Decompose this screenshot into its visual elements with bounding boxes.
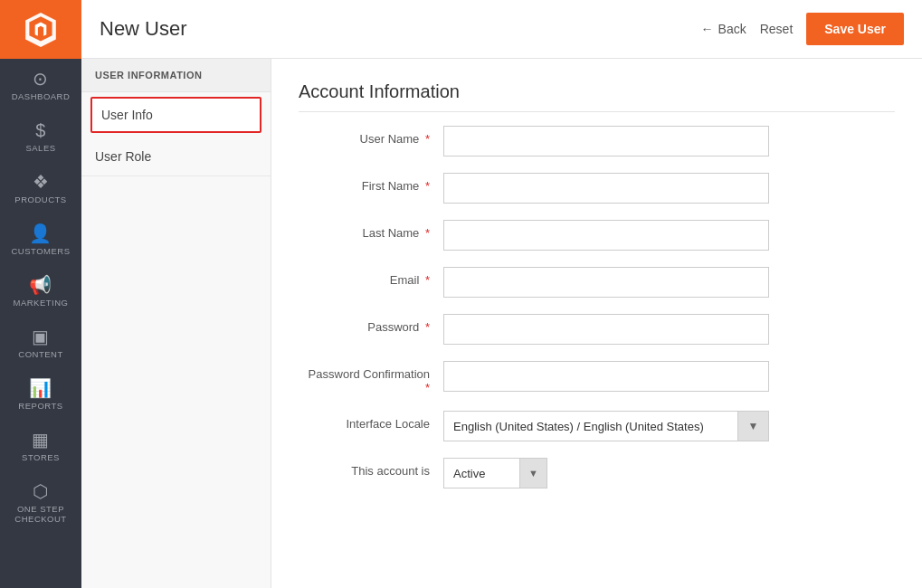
sidebar-item-stores-label: STORES <box>22 452 60 462</box>
sidebar-item-dashboard[interactable]: ⊙ DASHBOARD <box>0 59 81 110</box>
form-row-username: User Name * <box>299 126 895 156</box>
firstname-input[interactable] <box>443 173 769 204</box>
customers-icon: 👤 <box>29 224 52 242</box>
header: New User ← Back Reset Save User <box>81 0 922 59</box>
account-status-arrow-icon[interactable]: ▼ <box>520 458 547 488</box>
back-button[interactable]: ← Back <box>701 22 746 36</box>
sidebar-item-sales-label: SALES <box>25 143 55 153</box>
firstname-required: * <box>425 179 430 193</box>
account-status-select[interactable]: Active Inactive <box>443 458 520 488</box>
password-label: Password * <box>299 314 443 334</box>
email-label: Email * <box>299 267 443 287</box>
form-area: Account Information User Name * First Na… <box>271 59 922 588</box>
sidebar-item-customers[interactable]: 👤 CUSTOMERS <box>0 213 81 265</box>
sales-icon: $ <box>35 121 46 139</box>
lastname-required: * <box>425 226 430 240</box>
stores-icon: ▦ <box>32 431 50 449</box>
locale-select[interactable]: English (United States) / English (Unite… <box>443 411 738 441</box>
content-area: USER INFORMATION User Info User Role Acc… <box>81 59 922 588</box>
lastname-label: Last Name * <box>299 220 443 240</box>
products-icon: ❖ <box>33 173 50 191</box>
sidebar-item-marketing-label: MARKETING <box>14 298 69 308</box>
account-status-select-wrap: Active Inactive ▼ <box>443 458 547 488</box>
back-arrow-icon: ← <box>701 22 714 36</box>
sidebar-item-content[interactable]: ▣ CONTENT <box>0 317 81 368</box>
one-step-checkout-icon: ⬡ <box>33 482 49 500</box>
main-area: New User ← Back Reset Save User USER INF… <box>81 0 922 588</box>
section-heading: Account Information <box>299 81 895 112</box>
sidebar-item-marketing[interactable]: 📢 MARKETING <box>0 265 81 317</box>
sidebar-item-stores[interactable]: ▦ STORES <box>0 420 81 471</box>
sidebar-logo <box>0 0 81 59</box>
form-row-firstname: First Name * <box>299 173 895 204</box>
marketing-icon: 📢 <box>29 276 52 294</box>
form-row-lastname: Last Name * <box>299 220 895 251</box>
sidebar-item-reports-label: REPORTS <box>18 401 62 411</box>
locale-select-wrap: English (United States) / English (Unite… <box>443 411 769 441</box>
left-panel: USER INFORMATION User Info User Role <box>81 59 271 588</box>
password-confirm-input[interactable] <box>443 361 769 392</box>
email-input[interactable] <box>443 267 769 298</box>
locale-select-arrow-icon[interactable]: ▼ <box>738 411 769 441</box>
sidebar-item-one-step-checkout-label: ONE STEP CHECKOUT <box>5 504 77 524</box>
sidebar-item-customers-label: CUSTOMERS <box>11 246 70 256</box>
dashboard-icon: ⊙ <box>33 70 49 88</box>
page-title: New User <box>100 17 701 41</box>
password-required: * <box>425 320 430 334</box>
password-confirm-label: Password Confirmation * <box>299 361 443 394</box>
panel-item-user-role[interactable]: User Role <box>81 138 271 176</box>
sidebar-item-reports[interactable]: 📊 REPORTS <box>0 368 81 420</box>
username-label: User Name * <box>299 126 443 146</box>
sidebar-item-sales[interactable]: $ SALES <box>0 110 81 162</box>
sidebar-item-content-label: CONTENT <box>18 349 62 359</box>
password-confirm-required: * <box>425 381 430 394</box>
panel-section-title: USER INFORMATION <box>81 59 271 92</box>
account-status-label: This account is <box>299 458 443 478</box>
sidebar-item-one-step-checkout[interactable]: ⬡ ONE STEP CHECKOUT <box>0 471 81 533</box>
form-row-account-status: This account is Active Inactive ▼ <box>299 458 895 488</box>
lastname-input[interactable] <box>443 220 769 251</box>
form-row-locale: Interface Locale English (United States)… <box>299 411 895 441</box>
email-required: * <box>425 273 430 287</box>
form-row-email: Email * <box>299 267 895 298</box>
save-user-button[interactable]: Save User <box>806 13 904 45</box>
sidebar-item-dashboard-label: DASHBOARD <box>12 91 71 101</box>
form-row-password: Password * <box>299 314 895 345</box>
locale-label: Interface Locale <box>299 411 443 431</box>
password-input[interactable] <box>443 314 769 345</box>
form-row-password-confirm: Password Confirmation * <box>299 361 895 394</box>
sidebar-item-products-label: PRODUCTS <box>14 194 66 204</box>
reset-button[interactable]: Reset <box>760 22 794 36</box>
panel-item-user-info[interactable]: User Info <box>90 97 261 133</box>
username-input[interactable] <box>443 126 769 156</box>
sidebar: ⊙ DASHBOARD $ SALES ❖ PRODUCTS 👤 CUSTOME… <box>0 0 81 588</box>
username-required: * <box>425 132 430 146</box>
header-actions: ← Back Reset Save User <box>701 13 904 45</box>
firstname-label: First Name * <box>299 173 443 193</box>
reports-icon: 📊 <box>29 379 52 397</box>
sidebar-item-products[interactable]: ❖ PRODUCTS <box>0 162 81 213</box>
content-icon: ▣ <box>32 327 50 346</box>
